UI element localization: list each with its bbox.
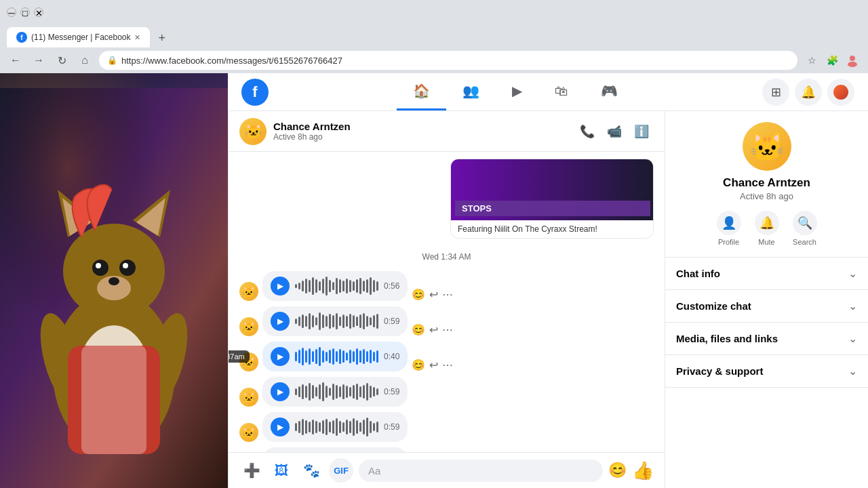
image-button[interactable]: 🖼 — [269, 458, 294, 483]
maximize-button[interactable]: □ — [20, 7, 30, 17]
add-button[interactable]: ➕ — [239, 458, 264, 483]
svg-point-0 — [850, 56, 855, 61]
play-button-2[interactable]: ▶ — [271, 312, 290, 331]
gif-button[interactable]: GIF — [329, 458, 353, 483]
refresh-button[interactable]: ↻ — [53, 52, 71, 69]
call-button[interactable]: 📞 — [575, 119, 599, 144]
left-panel — [0, 73, 228, 488]
contact-status-header: Active 8h ago — [273, 132, 568, 142]
forward-button[interactable]: → — [30, 52, 47, 69]
contact-status: Active 8h ago — [740, 191, 793, 201]
waveform-4 — [295, 382, 378, 401]
customize-chat-label: Customize chat — [676, 300, 751, 312]
profile-icon: 👤 — [717, 211, 741, 235]
avatar-button[interactable] — [827, 79, 854, 106]
svg-point-1 — [848, 62, 857, 67]
active-tab[interactable]: f (11) Messenger | Facebook × — [7, 27, 150, 47]
emoji-react-3[interactable]: 😊 — [412, 359, 425, 371]
tab-bar: f (11) Messenger | Facebook × + — [0, 24, 868, 47]
minimize-button[interactable]: ─ — [7, 7, 16, 17]
emoji-react-2[interactable]: 😊 — [412, 323, 425, 336]
facebook-logo: f — [241, 79, 269, 106]
customize-chat-row[interactable]: Customize chat ⌄ — [665, 290, 868, 322]
voice-duration-1: 0:56 — [384, 281, 399, 291]
tab-label: (11) Messenger | Facebook — [31, 33, 131, 42]
window-controls: ─ □ ✕ — [7, 7, 43, 17]
voice-duration-4: 0:59 — [384, 387, 399, 396]
chat-info-row[interactable]: Chat info ⌄ — [665, 258, 868, 289]
search-action[interactable]: 🔍 Search — [793, 211, 817, 246]
tab-close-icon[interactable]: × — [135, 32, 140, 43]
nav-tab-people[interactable]: 👥 — [446, 73, 496, 110]
emoji-react-1[interactable]: 😊 — [412, 288, 425, 301]
voice-bubble-2[interactable]: ▶ 0:59 — [262, 306, 408, 336]
media-files-row[interactable]: Media, files and links ⌄ — [665, 323, 868, 354]
more-btn-2[interactable]: ⋯ — [442, 323, 453, 336]
new-tab-button[interactable]: + — [153, 28, 172, 47]
notifications-button[interactable]: 🔔 — [795, 79, 822, 106]
play-button-1[interactable]: ▶ — [271, 277, 290, 296]
profile-action[interactable]: 👤 Profile — [717, 211, 741, 246]
svg-point-21 — [833, 85, 848, 100]
play-button-3[interactable]: ▶ — [271, 347, 290, 366]
svg-point-11 — [92, 260, 108, 276]
privacy-support-row[interactable]: Privacy & support ⌄ — [665, 355, 868, 387]
video-title: STOPS — [455, 201, 650, 216]
voice-message-2: 🐱 ▶ 0:59 😊 ↩ ⋯ — [239, 306, 654, 336]
reply-btn-2[interactable]: ↩ — [429, 323, 438, 336]
like-button[interactable]: 👍 — [632, 460, 654, 481]
close-button[interactable]: ✕ — [34, 7, 43, 17]
voice-duration-3: 0:40 — [384, 352, 399, 361]
voice-avatar-4: 🐱 — [239, 388, 258, 407]
nav-tab-home[interactable]: 🏠 — [397, 73, 446, 110]
nav-tab-marketplace[interactable]: 🛍 — [538, 73, 585, 110]
nav-tab-gaming[interactable]: 🎮 — [585, 73, 634, 110]
back-button[interactable]: ← — [7, 52, 24, 69]
privacy-support-section: Privacy & support ⌄ — [665, 355, 868, 388]
lock-icon: 🔒 — [107, 56, 117, 65]
chat-info-label: Chat info — [676, 268, 720, 279]
waveform-3 — [295, 347, 378, 366]
nav-tab-video[interactable]: ▶ — [496, 73, 538, 110]
reply-btn-1[interactable]: ↩ — [429, 288, 438, 301]
video-call-button[interactable]: 📹 — [602, 119, 627, 144]
privacy-support-label: Privacy & support — [676, 365, 763, 377]
voice-bubble-6[interactable]: ▶ 0:58 — [262, 447, 408, 452]
info-button[interactable]: ℹ️ — [629, 119, 654, 144]
home-button[interactable]: ⌂ — [76, 52, 94, 69]
waveform-2 — [295, 312, 378, 331]
extensions-button[interactable]: 🧩 — [823, 52, 841, 69]
more-btn-1[interactable]: ⋯ — [442, 288, 453, 301]
video-title-text: STOPS — [462, 203, 492, 214]
voice-message-4: 🐱 ▶ 0:59 — [239, 377, 654, 407]
voice-duration-2: 0:59 — [384, 317, 399, 326]
message-input[interactable]: Aa — [359, 460, 603, 482]
svg-point-12 — [119, 260, 136, 276]
apps-button[interactable]: ⊞ — [762, 79, 789, 106]
title-bar: ─ □ ✕ — [0, 0, 868, 24]
sticker-button[interactable]: 🐾 — [299, 458, 323, 483]
profile-button[interactable] — [844, 52, 861, 69]
voice-bubble-1[interactable]: ▶ 0:56 — [262, 271, 408, 301]
video-message: STOPS Featuring Niilit On The Cyraxx Str… — [450, 159, 654, 239]
video-caption: Featuring Niilit On The Cyraxx Stream! — [451, 220, 653, 238]
date-divider: Wed 1:34 AM — [239, 252, 654, 262]
voice-bubble-5[interactable]: ▶ 0:59 — [262, 412, 408, 442]
video-message-wrapper: STOPS Featuring Niilit On The Cyraxx Str… — [239, 159, 654, 244]
star-button[interactable]: ☆ — [803, 52, 821, 69]
reply-btn-3[interactable]: ↩ — [429, 359, 438, 371]
play-button-4[interactable]: ▶ — [271, 382, 290, 401]
voice-bubble-3[interactable]: 1:37am ▶ 0:40 — [262, 342, 408, 371]
play-button-5[interactable]: ▶ — [271, 418, 290, 436]
tab-favicon: f — [16, 32, 27, 43]
mute-action[interactable]: 🔔 Mute — [755, 211, 779, 246]
voice-bubble-4[interactable]: ▶ 0:59 — [262, 377, 408, 407]
more-btn-3[interactable]: ⋯ — [442, 359, 453, 371]
emoji-button[interactable]: 😊 — [608, 462, 627, 479]
mute-label: Mute — [758, 238, 774, 246]
media-files-section: Media, files and links ⌄ — [665, 323, 868, 355]
url-bar[interactable]: 🔒 https://www.facebook.com/messages/t/61… — [99, 51, 797, 70]
chat-info-chevron: ⌄ — [848, 267, 857, 280]
media-files-label: Media, files and links — [676, 333, 778, 344]
mute-icon: 🔔 — [755, 211, 779, 235]
